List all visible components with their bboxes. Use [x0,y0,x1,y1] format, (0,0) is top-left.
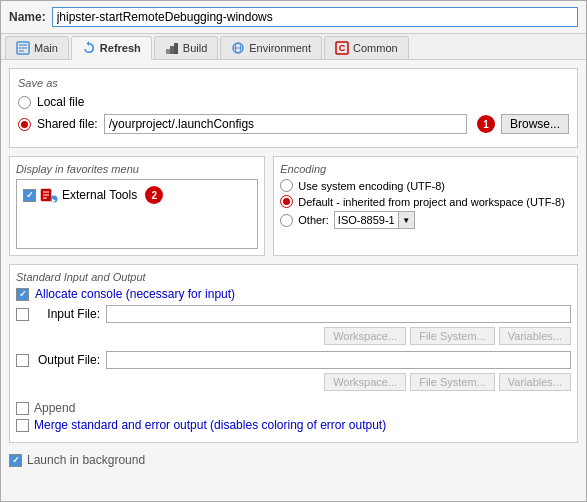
launch-row: Launch in background [9,451,578,469]
dialog: Name: Main Refresh Build [0,0,587,502]
enc-other-label: Other: [298,214,329,226]
encoding-section: Encoding Use system encoding (UTF-8) Def… [273,156,578,256]
shared-file-radio[interactable] [18,118,31,131]
external-tools-icon: ▶ [40,186,58,204]
merge-row: Merge standard and error output (disable… [16,418,571,432]
std-io-section: Standard Input and Output Allocate conso… [9,264,578,443]
environment-icon [231,41,245,55]
input-file-label: Input File: [35,307,100,321]
favorites-section: Display in favorites menu ▶ [9,156,265,256]
bottom-checks: Append Merge standard and error output (… [16,397,571,436]
local-file-label: Local file [37,95,84,109]
content-area: Save as Local file Shared file: 1 Browse… [1,60,586,501]
input-file-checkbox[interactable] [16,308,29,321]
input-workspace-button[interactable]: Workspace... [324,327,406,345]
output-filesystem-button[interactable]: File System... [410,373,495,391]
input-file-buttons: Workspace... File System... Variables... [16,327,571,345]
local-file-radio[interactable] [18,96,31,109]
input-file-row: Input File: [16,305,571,323]
save-as-title: Save as [18,77,569,89]
shared-file-label: Shared file: [37,117,98,131]
favorites-title: Display in favorites menu [16,163,258,175]
name-label: Name: [9,10,46,24]
output-file-label: Output File: [35,353,100,367]
tab-build[interactable]: Build [154,36,218,59]
allocate-console-label: Allocate console (necessary for input) [35,287,235,301]
enc-default-label: Default - inherited from project and wor… [298,196,565,208]
svg-text:C: C [339,43,346,53]
enc-dropdown-arrow[interactable]: ▼ [398,212,414,228]
tab-main[interactable]: Main [5,36,69,59]
name-bar: Name: [1,1,586,34]
external-tools-checkbox[interactable] [23,189,36,202]
output-workspace-button[interactable]: Workspace... [324,373,406,391]
enc-other-radio[interactable] [280,214,293,227]
svg-rect-5 [170,46,174,54]
output-file-buttons: Workspace... File System... Variables... [16,373,571,391]
tab-refresh[interactable]: Refresh [71,36,152,60]
svg-rect-6 [174,43,178,54]
enc-system-row: Use system encoding (UTF-8) [280,179,571,192]
output-file-checkbox[interactable] [16,354,29,367]
name-input[interactable] [52,7,578,27]
svg-rect-4 [166,49,170,54]
svg-text:▶: ▶ [52,197,56,203]
allocate-console-checkbox[interactable] [16,288,29,301]
tab-build-label: Build [183,42,207,54]
output-file-row: Output File: [16,351,571,369]
browse-button[interactable]: Browse... [501,114,569,134]
tab-refresh-label: Refresh [100,42,141,54]
std-io-title: Standard Input and Output [16,271,571,283]
shared-file-input[interactable] [104,114,467,134]
enc-system-radio[interactable] [280,179,293,192]
encoding-title: Encoding [280,163,571,175]
tab-common-label: Common [353,42,398,54]
launch-checkbox[interactable] [9,454,22,467]
allocate-console-row: Allocate console (necessary for input) [16,287,571,301]
shared-file-badge: 1 [477,115,495,133]
tab-common[interactable]: C Common [324,36,409,59]
enc-dropdown-text: ISO-8859-1 [335,213,398,227]
encoding-dropdown[interactable]: ISO-8859-1 ▼ [334,211,415,229]
enc-default-radio[interactable] [280,195,293,208]
common-icon: C [335,41,349,55]
tab-main-label: Main [34,42,58,54]
output-file-input[interactable] [106,351,571,369]
append-row: Append [16,401,571,415]
input-file-input[interactable] [106,305,571,323]
external-tools-badge: 2 [145,186,163,204]
refresh-icon [82,41,96,55]
tab-environment[interactable]: Environment [220,36,322,59]
append-checkbox[interactable] [16,402,29,415]
external-tools-label: External Tools [62,188,137,202]
tabs-bar: Main Refresh Build Environment [1,34,586,60]
output-variables-button[interactable]: Variables... [499,373,571,391]
launch-label: Launch in background [27,453,145,467]
main-icon [16,41,30,55]
append-label: Append [34,401,75,415]
enc-system-label: Use system encoding (UTF-8) [298,180,445,192]
build-icon [165,41,179,55]
enc-default-row: Default - inherited from project and wor… [280,195,571,208]
input-filesystem-button[interactable]: File System... [410,327,495,345]
fav-item-external-tools: ▶ External Tools 2 [21,184,253,206]
merge-checkbox[interactable] [16,419,29,432]
tab-environment-label: Environment [249,42,311,54]
enc-other-row: Other: ISO-8859-1 ▼ [280,211,571,229]
favorites-list: ▶ External Tools 2 [16,179,258,249]
merge-label: Merge standard and error output (disable… [34,418,386,432]
input-variables-button[interactable]: Variables... [499,327,571,345]
